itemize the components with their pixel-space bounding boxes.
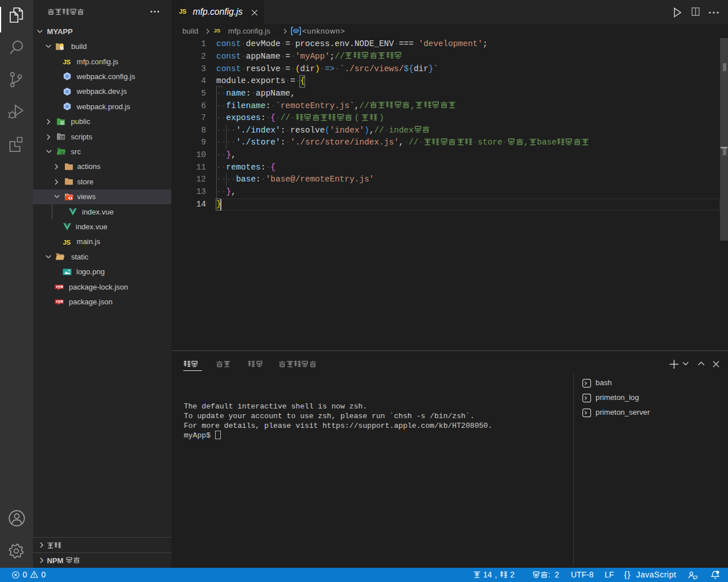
svg-text:JS: JS xyxy=(63,59,71,65)
svg-text:JS: JS xyxy=(63,239,71,246)
